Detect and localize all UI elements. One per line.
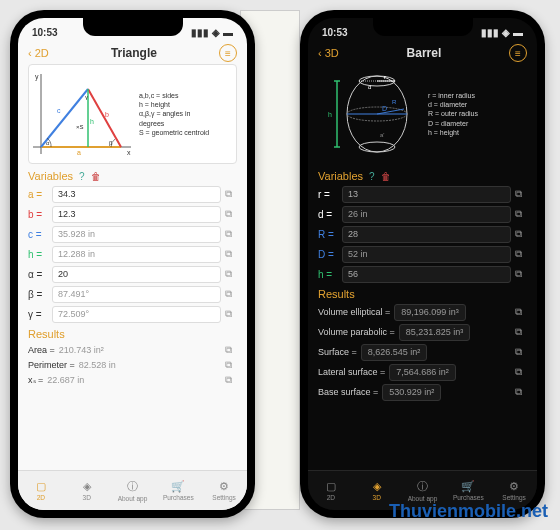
copy-icon[interactable]: ⧉ bbox=[225, 208, 237, 220]
square-icon: ▢ bbox=[36, 480, 46, 493]
clock: 10:53 bbox=[322, 27, 348, 38]
copy-icon[interactable]: ⧉ bbox=[515, 326, 527, 338]
var-label: γ = bbox=[28, 309, 48, 320]
info-icon: ⓘ bbox=[417, 479, 428, 494]
tab-purchases[interactable]: 🛒Purchases bbox=[155, 471, 201, 510]
var-field[interactable]: 20 bbox=[52, 266, 221, 283]
var-field[interactable]: 28 bbox=[342, 226, 511, 243]
result-row: Lateral surface =7,564.686 in²⧉ bbox=[308, 362, 537, 382]
var-field[interactable]: 34.3 bbox=[52, 186, 221, 203]
svg-text:x: x bbox=[127, 149, 131, 156]
cube-icon: ◈ bbox=[83, 480, 91, 493]
menu-button[interactable]: ≡ bbox=[509, 44, 527, 62]
square-icon: ▢ bbox=[326, 480, 336, 493]
screen-title: Triangle bbox=[111, 46, 157, 60]
var-field: 12.288 in bbox=[52, 246, 221, 263]
svg-text:γ: γ bbox=[85, 94, 88, 100]
diagram-panel: r d D R h a' r = inner radius d = diamet… bbox=[318, 64, 527, 164]
variable-row: R =28⧉ bbox=[308, 224, 537, 244]
var-field: 52 in bbox=[342, 246, 511, 263]
diagram-legend: a,b,c = sides h = height α,β,γ = angles … bbox=[139, 69, 232, 159]
diagram-legend: r = inner radius d = diameter R = outer … bbox=[428, 68, 523, 160]
result-row: Volume elliptical =89,196.099 in³⧉ bbox=[308, 302, 537, 322]
variables-header: Variables ? 🗑 bbox=[18, 166, 247, 184]
copy-icon[interactable]: ⧉ bbox=[515, 306, 527, 318]
back-button[interactable]: ‹ 2D bbox=[28, 47, 49, 59]
copy-icon[interactable]: ⧉ bbox=[225, 188, 237, 200]
var-label: a = bbox=[28, 189, 48, 200]
result-label: Perimeter = bbox=[28, 360, 75, 370]
status-icons: ▮▮▮◈▬ bbox=[481, 27, 523, 38]
variable-row: a =34.3⧉ bbox=[18, 184, 247, 204]
result-value: 530.929 in² bbox=[382, 384, 441, 401]
variable-row: α =20⧉ bbox=[18, 264, 247, 284]
copy-icon[interactable]: ⧉ bbox=[515, 346, 527, 358]
wifi-icon: ◈ bbox=[212, 27, 220, 38]
copy-icon[interactable]: ⧉ bbox=[225, 268, 237, 280]
svg-text:a: a bbox=[77, 149, 81, 156]
results-list: Area = 210.743 in²⧉Perimeter = 82.528 in… bbox=[18, 342, 247, 387]
tab-3d[interactable]: ◈3D bbox=[64, 471, 110, 510]
copy-icon[interactable]: ⧉ bbox=[225, 228, 237, 240]
svg-text:c: c bbox=[57, 107, 61, 114]
svg-text:a': a' bbox=[380, 132, 384, 138]
back-button[interactable]: ‹ 3D bbox=[318, 47, 339, 59]
menu-button[interactable]: ≡ bbox=[219, 44, 237, 62]
copy-icon[interactable]: ⧉ bbox=[515, 248, 527, 260]
copy-icon[interactable]: ⧉ bbox=[225, 308, 237, 320]
copy-icon[interactable]: ⧉ bbox=[515, 386, 527, 398]
copy-icon[interactable]: ⧉ bbox=[225, 248, 237, 260]
result-label: Lateral surface = bbox=[318, 367, 385, 377]
result-value: 22.687 in bbox=[47, 375, 84, 385]
notch bbox=[83, 18, 183, 36]
trash-icon[interactable]: 🗑 bbox=[381, 171, 391, 182]
status-icons: ▮▮▮◈▬ bbox=[191, 27, 233, 38]
result-label: Surface = bbox=[318, 347, 357, 357]
var-field[interactable]: 13 bbox=[342, 186, 511, 203]
info-icon: ⓘ bbox=[127, 479, 138, 494]
copy-icon[interactable]: ⧉ bbox=[225, 374, 237, 386]
copy-icon[interactable]: ⧉ bbox=[515, 366, 527, 378]
var-field[interactable]: 12.3 bbox=[52, 206, 221, 223]
barrel-diagram: r d D R h a' bbox=[322, 68, 422, 160]
copy-icon[interactable]: ⧉ bbox=[515, 188, 527, 200]
var-label: d = bbox=[318, 209, 338, 220]
help-icon[interactable]: ? bbox=[369, 171, 375, 182]
phone-right: 10:53 ▮▮▮◈▬ ‹ 3D Barrel ≡ r d bbox=[300, 10, 545, 518]
variable-row: c =35.928 in⧉ bbox=[18, 224, 247, 244]
copy-icon[interactable]: ⧉ bbox=[515, 208, 527, 220]
copy-icon[interactable]: ⧉ bbox=[515, 268, 527, 280]
tab-bar: ▢2D ◈3D ⓘAbout app 🛒Purchases ⚙Settings bbox=[18, 470, 247, 510]
result-value: 210.743 in² bbox=[59, 345, 104, 355]
copy-icon[interactable]: ⧉ bbox=[225, 344, 237, 356]
result-value: 85,231.825 in³ bbox=[399, 324, 471, 341]
trash-icon[interactable]: 🗑 bbox=[91, 171, 101, 182]
variable-row: h =12.288 in⧉ bbox=[18, 244, 247, 264]
tab-2d[interactable]: ▢2D bbox=[308, 471, 354, 510]
cart-icon: 🛒 bbox=[461, 480, 475, 493]
tab-2d[interactable]: ▢2D bbox=[18, 471, 64, 510]
svg-text:R: R bbox=[392, 99, 397, 105]
var-label: h = bbox=[318, 269, 338, 280]
tab-about[interactable]: ⓘAbout app bbox=[110, 471, 156, 510]
variable-row: r =13⧉ bbox=[308, 184, 537, 204]
copy-icon[interactable]: ⧉ bbox=[225, 359, 237, 371]
variable-row: d =26 in⧉ bbox=[308, 204, 537, 224]
notch bbox=[373, 18, 473, 36]
variables-header: Variables ? 🗑 bbox=[308, 166, 537, 184]
copy-icon[interactable]: ⧉ bbox=[515, 228, 527, 240]
var-label: h = bbox=[28, 249, 48, 260]
variable-row: D =52 in⧉ bbox=[308, 244, 537, 264]
gear-icon: ⚙ bbox=[219, 480, 229, 493]
variables-list: a =34.3⧉b =12.3⧉c =35.928 in⧉h =12.288 i… bbox=[18, 184, 247, 324]
help-icon[interactable]: ? bbox=[79, 171, 85, 182]
variable-row: γ =72.509°⧉ bbox=[18, 304, 247, 324]
result-row: Surface =8,626.545 in²⧉ bbox=[308, 342, 537, 362]
var-field[interactable]: 56 bbox=[342, 266, 511, 283]
results-header: Results bbox=[308, 284, 537, 302]
svg-line-7 bbox=[41, 89, 88, 147]
var-label: c = bbox=[28, 229, 48, 240]
variable-row: h =56⧉ bbox=[308, 264, 537, 284]
tab-settings[interactable]: ⚙Settings bbox=[201, 471, 247, 510]
copy-icon[interactable]: ⧉ bbox=[225, 288, 237, 300]
